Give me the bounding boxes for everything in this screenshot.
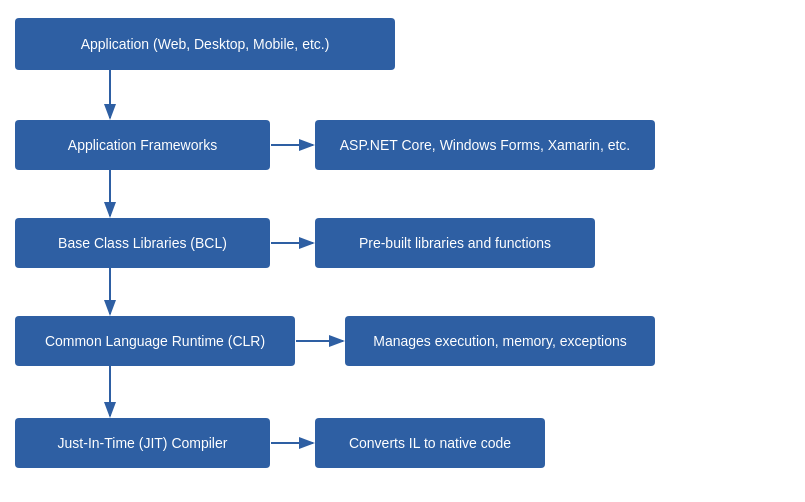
box-clr-note: Manages execution, memory, exceptions	[345, 316, 655, 366]
box-jit: Just-In-Time (JIT) Compiler	[15, 418, 270, 468]
box-jit-note: Converts IL to native code	[315, 418, 545, 468]
box-bcl-note: Pre-built libraries and functions	[315, 218, 595, 268]
diagram: Application (Web, Desktop, Mobile, etc.)…	[0, 0, 805, 502]
box-frameworks-note: ASP.NET Core, Windows Forms, Xamarin, et…	[315, 120, 655, 170]
box-clr: Common Language Runtime (CLR)	[15, 316, 295, 366]
box-bcl: Base Class Libraries (BCL)	[15, 218, 270, 268]
box-app: Application (Web, Desktop, Mobile, etc.)	[15, 18, 395, 70]
box-frameworks: Application Frameworks	[15, 120, 270, 170]
